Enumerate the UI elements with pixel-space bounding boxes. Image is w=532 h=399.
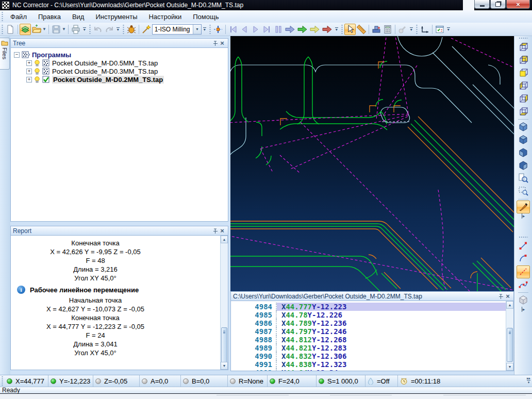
expand-box-icon[interactable]: +	[26, 69, 32, 74]
toolbar-grip[interactable]	[1, 25, 4, 34]
toolbar-grip[interactable]	[415, 25, 418, 34]
pin-icon[interactable]	[211, 40, 219, 47]
toolbar-grip[interactable]	[341, 25, 343, 34]
close-panel-icon[interactable]: ×	[504, 293, 511, 300]
view-layers-button[interactable]	[20, 24, 31, 35]
go-first-button[interactable]	[227, 24, 239, 35]
gcode-line[interactable]: 4988X44.812Y-12.268	[231, 336, 506, 344]
solid-view-button[interactable]	[517, 294, 530, 307]
zoom-page-button[interactable]	[517, 172, 530, 185]
view-right-button[interactable]	[517, 92, 530, 105]
toolpath-viewport[interactable]	[230, 36, 514, 291]
rail-grip[interactable]	[519, 236, 528, 239]
run-yellow-button[interactable]	[309, 24, 321, 35]
scroll-up-icon[interactable]: ▲	[221, 236, 228, 243]
toolbar-grip[interactable]	[89, 25, 91, 34]
redraw-brush-button[interactable]	[517, 201, 530, 213]
edit-rapid-move-button[interactable]	[517, 265, 530, 278]
combo-arrow-icon[interactable]: ▼	[193, 25, 201, 34]
expand-box-icon[interactable]: +	[26, 77, 32, 82]
open-file-button[interactable]: ▼	[31, 24, 47, 35]
minimize-button[interactable]	[474, 0, 490, 9]
gcode-line[interactable]: 4990X44.832Y-12.306	[231, 352, 506, 360]
close-panel-icon[interactable]: ×	[219, 227, 226, 235]
run-green-button[interactable]	[296, 24, 309, 35]
gcode-line[interactable]: 4989X44.821Y-12.283	[231, 344, 506, 352]
view-iso-se-button[interactable]	[517, 134, 530, 146]
edit-line-button[interactable]	[517, 240, 530, 253]
restore-button[interactable]	[490, 0, 506, 9]
trace-tool-button[interactable]	[397, 24, 408, 35]
open-dropdown-arrow[interactable]: ▼	[42, 27, 46, 31]
expand-box-icon[interactable]: +	[26, 60, 32, 66]
machine-params-button[interactable]	[371, 24, 382, 35]
view-bottom-button[interactable]	[517, 105, 530, 118]
close-panel-icon[interactable]: ×	[219, 40, 226, 47]
view-back-button[interactable]	[517, 54, 530, 66]
step-back-button[interactable]	[239, 24, 250, 35]
gcode-line[interactable]: 4992X44.84Y-12.34	[231, 369, 506, 371]
tree-root-row[interactable]: − Программы	[14, 51, 228, 59]
mill-mode-select[interactable]: 1-ISO Milling ▼	[152, 24, 202, 35]
program-check-button[interactable]	[434, 24, 445, 35]
menu-help[interactable]: Помощь	[187, 11, 224, 22]
measure-button[interactable]	[356, 24, 367, 35]
menu-tools[interactable]: Инструменты	[90, 11, 143, 22]
redo-button[interactable]	[104, 24, 115, 35]
gcode-line[interactable]: 4984X44.777Y-12.223	[231, 303, 506, 311]
run-blue-button[interactable]	[284, 24, 296, 35]
step-forward-button[interactable]	[250, 24, 261, 35]
toolbar-overflow-button[interactable]: ▾	[408, 24, 414, 35]
scrollbar-thumb[interactable]	[507, 328, 513, 362]
view-top-button[interactable]	[517, 41, 530, 54]
debug-button[interactable]	[126, 24, 137, 35]
rail-grip[interactable]	[519, 37, 528, 40]
menu-view[interactable]: Вид	[66, 11, 90, 22]
toolbar-overflow-button[interactable]: ▾	[115, 24, 121, 35]
tree-item[interactable]: + Pocket Outside_M-D0.3MM_TS.tap	[26, 67, 228, 75]
menu-edit[interactable]: Правка	[32, 11, 66, 22]
go-last-button[interactable]	[261, 24, 273, 35]
correction-wand-button[interactable]	[141, 24, 152, 35]
tree-root-label[interactable]: Программы	[32, 51, 71, 59]
gcode-line[interactable]: 4986X44.789Y-12.236	[231, 319, 506, 327]
zoom-region-button[interactable]	[517, 185, 530, 198]
view-iso-nw-button[interactable]	[517, 146, 530, 159]
pin-icon[interactable]	[211, 227, 219, 235]
scroll-down-icon[interactable]: ▼	[221, 362, 228, 370]
run-red-button[interactable]	[321, 24, 334, 35]
report-scrollbar[interactable]: ▲ ▼	[220, 236, 228, 370]
scroll-down-icon[interactable]: ▼	[506, 363, 513, 371]
calculator-button[interactable]	[382, 24, 393, 35]
view-left-button[interactable]	[517, 79, 530, 92]
print-button[interactable]	[70, 24, 81, 35]
menu-settings[interactable]: Настройки	[143, 11, 187, 22]
statusbar-grip[interactable]	[1, 376, 4, 386]
gcode-panel-header[interactable]: C:\Users\Yuri\Downloads\Gerber\Pocket Ou…	[230, 291, 514, 301]
tree-item-label[interactable]: Pocket Outside_M-D0.2MM_TS.tap	[52, 76, 164, 84]
gcode-line[interactable]: 4991X44.838Y-12.323	[231, 360, 506, 369]
toolbar-grip[interactable]	[209, 25, 211, 34]
undo-button[interactable]	[92, 24, 104, 35]
pin-icon[interactable]	[497, 293, 504, 300]
go-to-position-button[interactable]	[212, 24, 224, 35]
toolbar-overflow-button[interactable]: ▾	[202, 24, 208, 35]
toolbar-overflow-button[interactable]: ▾	[445, 24, 452, 35]
scroll-up-icon[interactable]: ▲	[506, 301, 513, 309]
collapse-box-icon[interactable]: −	[14, 52, 20, 58]
tree-item[interactable]: + Pocket Outside_M-D0.5MM_TS.tap	[26, 59, 228, 67]
select-cursor-button[interactable]	[344, 24, 356, 35]
title-bar[interactable]: NC Corrector - C:\Users\Yuri\Downloads\G…	[0, 0, 532, 10]
view-iso-ne-button[interactable]	[517, 159, 530, 172]
view-front-button[interactable]	[517, 66, 530, 79]
close-button[interactable]: ×	[506, 0, 530, 9]
report-panel-header[interactable]: Report ×	[10, 226, 228, 236]
tree-panel-header[interactable]: Tree ×	[10, 38, 228, 48]
gcode-scrollbar[interactable]: ▲ ▼	[506, 301, 513, 371]
tree-item-label[interactable]: Pocket Outside_M-D0.5MM_TS.tap	[52, 59, 158, 67]
tree-item-selected[interactable]: + Pocket Outside_M-D0.2MM_TS.tap	[26, 75, 228, 84]
toolbar-overflow-button[interactable]: ▾	[334, 24, 340, 35]
menubar-grip[interactable]	[1, 12, 4, 21]
statusbar-expand-button[interactable]: ▸▸ ▾	[527, 376, 530, 384]
view-iso-sw-button[interactable]	[517, 121, 530, 134]
